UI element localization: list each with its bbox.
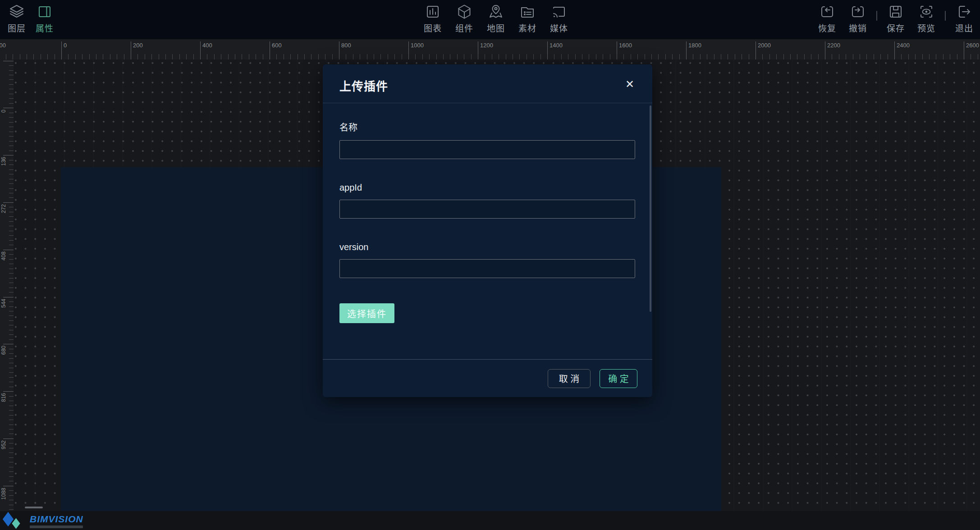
media-cast-icon [551, 4, 567, 20]
toolbar-item-label: 属性 [36, 22, 54, 34]
select-plugin-button[interactable]: 选择插件 [339, 303, 394, 323]
field-label-name: 名称 [339, 120, 652, 133]
ruler-v-label: 816 [0, 393, 8, 416]
dialog-footer: 取 消 确 定 [323, 359, 652, 397]
toolbar-item-media[interactable]: 媒体 [547, 4, 571, 34]
ruler-h-label: -200 [0, 42, 6, 49]
vertical-ruler: 01362724085446808169521088 [0, 39, 14, 511]
toolbar-item-properties[interactable]: 属性 [32, 4, 57, 34]
preview-eye-icon [918, 4, 934, 20]
ruler-h-label: 1000 [411, 42, 424, 49]
ruler-h-label: 200 [133, 42, 143, 49]
redo-icon [819, 4, 835, 20]
app-stage: 广联达视界 01362724085446808169521088 -200020… [0, 0, 980, 530]
toolbar-item-label: 素材 [518, 22, 536, 34]
chart-icon [425, 4, 441, 20]
canvas-h-scrollbar[interactable] [25, 507, 43, 508]
toolbar-right-group: 恢复 撤销 [815, 4, 976, 34]
dialog-header: 上传插件 ✕ [323, 64, 652, 103]
toolbar-item-label: 地图 [487, 22, 505, 34]
cancel-button[interactable]: 取 消 [548, 369, 591, 388]
toolbar-item-label: 组件 [455, 22, 473, 34]
toolbar-item-exit[interactable]: 退出 [952, 4, 976, 34]
ruler-h-label: 600 [272, 42, 282, 49]
brand-logo-text: BIMVISION [30, 514, 83, 525]
appid-input[interactable] [339, 200, 635, 219]
toolbar-item-components[interactable]: 组件 [452, 4, 476, 34]
ruler-h-label: 2600 [966, 42, 979, 49]
ruler-v-label: 272 [0, 204, 8, 228]
brand-logo: BIMVISION [3, 513, 83, 529]
ruler-h-label: 1800 [688, 42, 701, 49]
toolbar-item-materials[interactable]: 素材 [515, 4, 540, 34]
close-icon[interactable]: ✕ [621, 75, 639, 93]
ruler-h-label: 1200 [480, 42, 493, 49]
cube-icon [456, 4, 472, 20]
ruler-v-label: 408 [0, 251, 8, 275]
toolbar-item-layers[interactable]: 图层 [5, 4, 29, 34]
dialog-title: 上传插件 [339, 77, 388, 94]
toolbar-item-preview[interactable]: 预览 [914, 4, 939, 34]
map-pin-icon [488, 4, 504, 20]
dialog-body: 名称 appId version 选择插件 [323, 103, 652, 359]
ruler-v-label: 952 [0, 440, 8, 464]
ruler-v-label: 136 [0, 157, 8, 180]
ruler-v-label: 1088 [0, 488, 8, 511]
ruler-h-label: 800 [341, 42, 351, 49]
exit-icon [956, 4, 972, 20]
ruler-h-label: 1400 [550, 42, 563, 49]
toolbar-divider [876, 11, 877, 21]
material-icon [519, 4, 536, 20]
toolbar-item-label: 恢复 [818, 22, 836, 34]
ruler-h-label: 1600 [619, 42, 632, 49]
ruler-h-label: 2200 [827, 42, 840, 49]
toolbar-item-label: 保存 [887, 22, 905, 34]
horizontal-ruler: -200020040060080010001200140016001800200… [0, 39, 980, 59]
toolbar-item-label: 媒体 [550, 22, 568, 34]
toolbar-item-charts[interactable]: 图表 [421, 4, 445, 34]
upload-plugin-dialog: 上传插件 ✕ 名称 appId version 选择插件 取 消 确 定 [323, 64, 652, 397]
toolbar-center-group: 图表 组件 地图 [421, 4, 571, 34]
toolbar-item-undo[interactable]: 撤销 [846, 4, 870, 34]
top-toolbar: 图层 属性 图表 [0, 0, 980, 39]
toolbar-item-redo[interactable]: 恢复 [815, 4, 839, 34]
ruler-v-label: 0 [0, 110, 8, 133]
layers-icon [9, 4, 25, 20]
toolbar-item-label: 预览 [917, 22, 935, 34]
field-label-appid: appId [339, 183, 652, 193]
field-label-version: version [339, 242, 652, 252]
name-input[interactable] [339, 140, 635, 159]
toolbar-item-label: 图层 [8, 22, 26, 34]
toolbar-item-label: 退出 [955, 22, 973, 34]
ruler-h-label: 0 [64, 42, 67, 49]
ruler-h-label: 400 [202, 42, 212, 49]
version-input[interactable] [339, 259, 635, 278]
ruler-h-label: 2400 [897, 42, 910, 49]
ruler-h-label: 2000 [758, 42, 771, 49]
toolbar-divider [945, 11, 946, 21]
panel-icon [37, 4, 53, 20]
toolbar-item-label: 图表 [424, 22, 442, 34]
brand-sub-text [30, 525, 83, 528]
ruler-v-label: 680 [0, 346, 8, 369]
toolbar-item-label: 撤销 [849, 22, 867, 34]
bimvision-logo-icon [3, 513, 28, 529]
save-icon [888, 4, 904, 20]
toolbar-item-save[interactable]: 保存 [884, 4, 908, 34]
confirm-button[interactable]: 确 定 [600, 369, 637, 388]
toolbar-item-map[interactable]: 地图 [484, 4, 508, 34]
status-bar: BIMVISION [0, 511, 980, 530]
dialog-scrollbar-thumb[interactable] [650, 105, 651, 312]
ruler-v-label: 544 [0, 299, 8, 322]
undo-icon [850, 4, 866, 20]
